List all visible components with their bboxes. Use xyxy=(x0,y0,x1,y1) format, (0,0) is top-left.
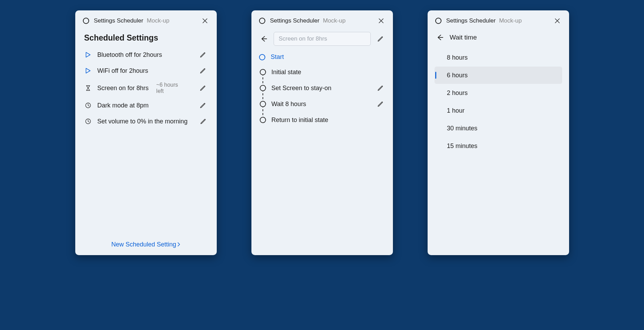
app-subtitle: Mock-up xyxy=(499,17,522,24)
hourglass-icon xyxy=(84,84,92,92)
editor-header xyxy=(257,28,387,48)
scheduled-setting-row[interactable]: WiFi off for 2hours xyxy=(82,63,210,79)
app-icon xyxy=(435,18,441,24)
page-heading: Scheduled Settings xyxy=(81,28,211,47)
clock-icon xyxy=(85,102,91,108)
back-arrow-icon xyxy=(437,34,444,41)
edit-button[interactable] xyxy=(198,50,208,60)
pencil-icon xyxy=(200,68,206,74)
wait-time-options: 8 hours6 hours2 hours1 hour30 minutes15 … xyxy=(433,45,564,155)
scheduled-settings-list: Bluetooth off for 2hoursWiFi off for 2ho… xyxy=(81,47,211,129)
scheduled-setting-row[interactable]: Screen on for 8hrs~6 hours left xyxy=(82,79,210,97)
timeline-step: Initial state xyxy=(260,64,385,80)
play-icon xyxy=(85,68,91,74)
titlebar: Settings Scheduler Mock-up xyxy=(257,15,387,28)
chevron-right-icon xyxy=(178,242,180,248)
edit-button[interactable] xyxy=(198,83,208,93)
page-title-row: Wait time xyxy=(433,28,564,45)
play-icon xyxy=(84,67,92,75)
clock-icon xyxy=(84,118,92,125)
card-setting-editor: Settings Scheduler Mock-up Start Initial… xyxy=(251,10,393,255)
start-label: Start xyxy=(271,53,284,61)
start-node-icon xyxy=(259,54,265,60)
wait-time-option[interactable]: 8 hours xyxy=(435,49,562,66)
timeline-node-icon xyxy=(260,101,266,107)
pencil-icon xyxy=(377,85,384,91)
pencil-icon xyxy=(377,101,384,107)
wait-time-option[interactable]: 1 hour xyxy=(435,102,562,119)
wait-time-option[interactable]: 2 hours xyxy=(435,84,562,102)
app-title: Settings Scheduler xyxy=(94,17,144,24)
timeline-node-icon xyxy=(260,69,266,75)
clock-icon xyxy=(85,118,91,124)
close-icon xyxy=(379,18,384,23)
row-label: Dark mode at 8pm xyxy=(97,102,149,109)
pencil-icon xyxy=(377,36,384,42)
back-arrow-icon xyxy=(260,35,267,42)
pencil-icon xyxy=(200,102,206,108)
pencil-icon xyxy=(200,85,206,91)
row-label: WiFi off for 2hours xyxy=(97,67,148,75)
timeline-step-label: Wait 8 hours xyxy=(272,101,306,108)
play-icon xyxy=(84,51,92,59)
timeline: Start Initial stateSet Screen to stay-on… xyxy=(257,48,387,128)
app-subtitle: Mock-up xyxy=(323,17,345,24)
wait-time-option[interactable]: 6 hours xyxy=(435,67,562,84)
scheduled-setting-row[interactable]: Set volume to 0% in the morning xyxy=(82,113,210,129)
wait-time-option[interactable]: 30 minutes xyxy=(435,120,562,137)
timeline-node-icon xyxy=(260,117,266,123)
scheduled-setting-row[interactable]: Bluetooth off for 2hours xyxy=(82,47,210,63)
timeline-step[interactable]: Set Screen to stay-on xyxy=(260,80,385,96)
titlebar: Settings Scheduler Mock-up xyxy=(81,15,211,28)
timeline-step-label: Initial state xyxy=(272,69,301,76)
close-button[interactable] xyxy=(201,17,209,25)
timeline-step[interactable]: Wait 8 hours xyxy=(260,96,385,112)
edit-button[interactable] xyxy=(198,101,208,110)
app-icon xyxy=(259,18,265,24)
edit-step-button[interactable] xyxy=(376,99,385,109)
card-scheduled-settings: Settings Scheduler Mock-up Scheduled Set… xyxy=(75,10,217,255)
pencil-icon xyxy=(200,52,206,58)
hourglass-icon xyxy=(85,85,91,91)
app-subtitle: Mock-up xyxy=(147,17,169,24)
timeline-step-label: Return to initial state xyxy=(272,116,328,124)
timeline-step: Return to initial state xyxy=(260,112,385,128)
edit-button[interactable] xyxy=(198,66,208,76)
back-button[interactable] xyxy=(259,34,269,44)
pencil-icon xyxy=(200,118,206,124)
back-button[interactable] xyxy=(435,33,445,42)
page-title: Wait time xyxy=(450,34,477,41)
row-label: Screen on for 8hrs xyxy=(97,85,149,92)
row-label: Bluetooth off for 2hours xyxy=(97,51,162,59)
new-scheduled-setting-link[interactable]: New Scheduled Setting xyxy=(81,237,211,250)
timeline-step-label: Set Screen to stay-on xyxy=(272,85,332,92)
row-substatus: ~6 hours left xyxy=(156,82,187,94)
row-label: Set volume to 0% in the morning xyxy=(97,118,188,125)
timeline-start[interactable]: Start xyxy=(259,51,385,64)
close-icon xyxy=(555,18,560,23)
clock-icon xyxy=(84,102,92,109)
card-wait-time-picker: Settings Scheduler Mock-up Wait time 8 h… xyxy=(428,10,569,255)
edit-step-button[interactable] xyxy=(376,83,385,93)
edit-button[interactable] xyxy=(199,116,208,126)
app-title: Settings Scheduler xyxy=(446,17,496,24)
app-title: Settings Scheduler xyxy=(270,17,320,24)
close-button[interactable] xyxy=(553,17,561,25)
app-icon xyxy=(83,18,89,24)
wait-time-option[interactable]: 15 minutes xyxy=(435,137,562,155)
rename-button[interactable] xyxy=(376,34,385,44)
scheduled-setting-row[interactable]: Dark mode at 8pm xyxy=(82,97,210,113)
timeline-node-icon xyxy=(260,85,266,91)
footer-link-label: New Scheduled Setting xyxy=(111,241,176,248)
titlebar: Settings Scheduler Mock-up xyxy=(433,15,564,28)
close-button[interactable] xyxy=(377,17,385,25)
play-icon xyxy=(85,52,91,58)
close-icon xyxy=(203,18,207,23)
setting-name-input[interactable] xyxy=(274,32,371,46)
